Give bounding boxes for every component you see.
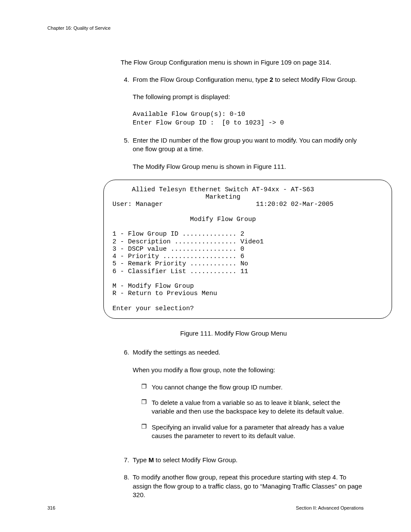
step-number: 6. xyxy=(121,348,133,447)
step-4: 4. From the Flow Group Configuration men… xyxy=(121,75,364,128)
text-fragment: to select Modify Flow Group. xyxy=(154,456,237,464)
step-number: 5. xyxy=(121,136,133,171)
step-line: To modify another flow group, repeat thi… xyxy=(133,473,364,499)
step-line: The Modify Flow Group menu is shown in F… xyxy=(133,162,364,171)
step-number: 4. xyxy=(121,75,133,128)
text-fragment: Type xyxy=(133,456,149,464)
main-content: The Flow Group Configuration menu is sho… xyxy=(121,58,364,499)
figure-caption: Figure 111. Modify Flow Group Menu xyxy=(103,329,364,338)
list-item: ❐ You cannot change the flow group ID nu… xyxy=(141,383,364,392)
bullet-icon: ❐ xyxy=(141,383,152,392)
intro-paragraph: The Flow Group Configuration menu is sho… xyxy=(121,58,364,67)
bullet-text: Specifying an invalid value for a parame… xyxy=(152,423,364,441)
step-line: Enter the ID number of the flow group yo… xyxy=(133,136,364,154)
step-7: 7. Type M to select Modify Flow Group. xyxy=(121,456,364,464)
bold-key: M xyxy=(149,456,154,464)
text-fragment: to select Modify Flow Group. xyxy=(273,76,357,83)
bullet-icon: ❐ xyxy=(141,423,152,441)
step-line: The following prompt is displayed: xyxy=(133,93,364,101)
step-8: 8. To modify another flow group, repeat … xyxy=(121,473,364,499)
step-6: 6. Modify the settings as needed. When y… xyxy=(121,348,364,447)
step-line: From the Flow Group Configuration menu, … xyxy=(133,75,364,84)
step-line: Type M to select Modify Flow Group. xyxy=(133,456,364,464)
terminal-menu: Allied Telesyn Ethernet Switch AT-94xx -… xyxy=(103,180,392,319)
cli-prompt: Available Flow Group(s): 0-10 Enter Flow… xyxy=(133,110,364,128)
page-number: 316 xyxy=(47,505,55,511)
chapter-header: Chapter 16: Quality of Service xyxy=(47,25,364,31)
text-fragment: From the Flow Group Configuration menu, … xyxy=(133,76,270,83)
bold-key: 2 xyxy=(270,76,273,83)
step-5: 5. Enter the ID number of the flow group… xyxy=(121,136,364,171)
step-line: When you modify a flow group, note the f… xyxy=(133,366,364,374)
bullet-text: You cannot change the flow group ID numb… xyxy=(152,383,364,392)
page-footer: 316 Section II: Advanced Operations xyxy=(47,505,364,511)
step-number: 8. xyxy=(121,473,133,499)
list-item: ❐ To delete a value from a variable so a… xyxy=(141,398,364,416)
list-item: ❐ Specifying an invalid value for a para… xyxy=(141,423,364,441)
step-number: 7. xyxy=(121,456,133,464)
bullet-text: To delete a value from a variable so as … xyxy=(152,398,364,416)
section-label: Section II: Advanced Operations xyxy=(296,505,364,511)
bullet-icon: ❐ xyxy=(141,398,152,416)
step-line: Modify the settings as needed. xyxy=(133,348,364,357)
bullet-list: ❐ You cannot change the flow group ID nu… xyxy=(141,383,364,440)
